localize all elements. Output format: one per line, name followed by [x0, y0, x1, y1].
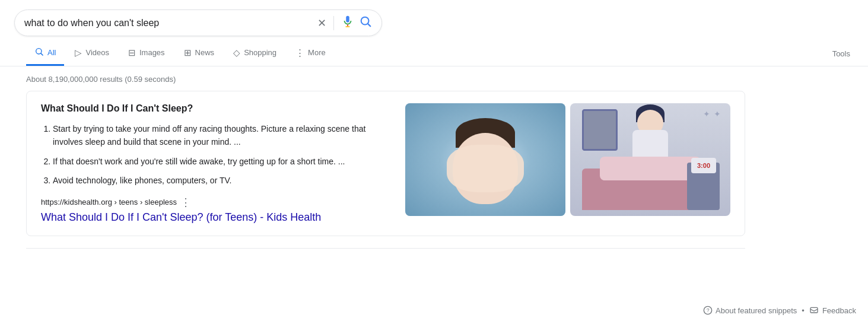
- results-container: About 8,190,000,000 results (0.59 second…: [0, 66, 771, 253]
- search-icon[interactable]: [359, 15, 372, 31]
- image-icon: ⊟: [128, 47, 136, 58]
- tab-more-label: More: [308, 48, 326, 57]
- tab-images[interactable]: ⊟ Images: [120, 42, 173, 66]
- tab-videos[interactable]: ▷ Videos: [66, 42, 117, 66]
- nav-tabs: All ▷ Videos ⊟ Images ⊞ News ◇ Shopping …: [0, 36, 868, 66]
- video-icon: ▷: [75, 47, 82, 58]
- divider: [333, 16, 334, 30]
- svg-rect-1: [345, 26, 349, 27]
- list-item: Avoid technology, like phones, computers…: [53, 174, 381, 187]
- newspaper-icon: ⊞: [184, 47, 192, 58]
- snippet-content: What Should I Do If I Can't Sleep? Start…: [41, 103, 381, 224]
- result-divider: [26, 248, 745, 249]
- dots-icon: ⋮: [295, 47, 304, 58]
- snippet-link[interactable]: What Should I Do If I Can't Sleep? (for …: [41, 211, 321, 223]
- svg-rect-0: [347, 25, 348, 27]
- snippet-url-more-icon[interactable]: ⋮: [180, 196, 191, 209]
- all-icon: [34, 47, 44, 58]
- featured-snippet: What Should I Do If I Can't Sleep? Start…: [26, 91, 745, 236]
- stars: ✦✦: [703, 109, 724, 119]
- snippet-url-row: https://kidshealth.org › teens › sleeple…: [41, 196, 381, 209]
- tools-button[interactable]: Tools: [824, 43, 859, 64]
- tab-all-label: All: [47, 48, 56, 57]
- svg-line-3: [368, 24, 370, 26]
- mic-icon[interactable]: [341, 15, 354, 31]
- snippet-url: https://kidshealth.org › teens › sleeple…: [41, 198, 177, 206]
- list-item: Start by trying to take your mind off an…: [53, 122, 381, 149]
- tab-images-label: Images: [139, 48, 165, 57]
- snippet-list: Start by trying to take your mind off an…: [53, 122, 381, 187]
- results-count: About 8,190,000,000 results (0.59 second…: [26, 71, 745, 91]
- search-bar: ✕: [14, 9, 382, 36]
- window: [582, 109, 618, 151]
- list-item: If that doesn't work and you're still wi…: [53, 155, 381, 168]
- shopping-icon: ◇: [233, 47, 240, 58]
- tab-more[interactable]: ⋮ More: [287, 42, 334, 66]
- snippet-image-illustration[interactable]: ✦✦ 3:00: [570, 103, 730, 216]
- tab-news[interactable]: ⊞ News: [176, 42, 223, 66]
- snippet-title: What Should I Do If I Can't Sleep?: [41, 103, 381, 114]
- illus-pillow: [600, 157, 701, 180]
- hands: [447, 145, 524, 192]
- search-bar-container: ✕: [0, 0, 868, 36]
- snippet-images: ✦✦ 3:00: [405, 103, 730, 224]
- tab-all[interactable]: All: [26, 41, 64, 66]
- search-input[interactable]: [24, 18, 313, 28]
- tab-news-label: News: [195, 48, 215, 57]
- clear-icon[interactable]: ✕: [317, 17, 326, 30]
- illus-clock: 3:00: [691, 158, 716, 173]
- tab-videos-label: Videos: [85, 48, 109, 57]
- tab-shopping-label: Shopping: [244, 48, 276, 57]
- svg-line-5: [41, 53, 43, 55]
- snippet-image-photo[interactable]: [405, 103, 565, 216]
- tab-shopping[interactable]: ◇ Shopping: [225, 42, 285, 66]
